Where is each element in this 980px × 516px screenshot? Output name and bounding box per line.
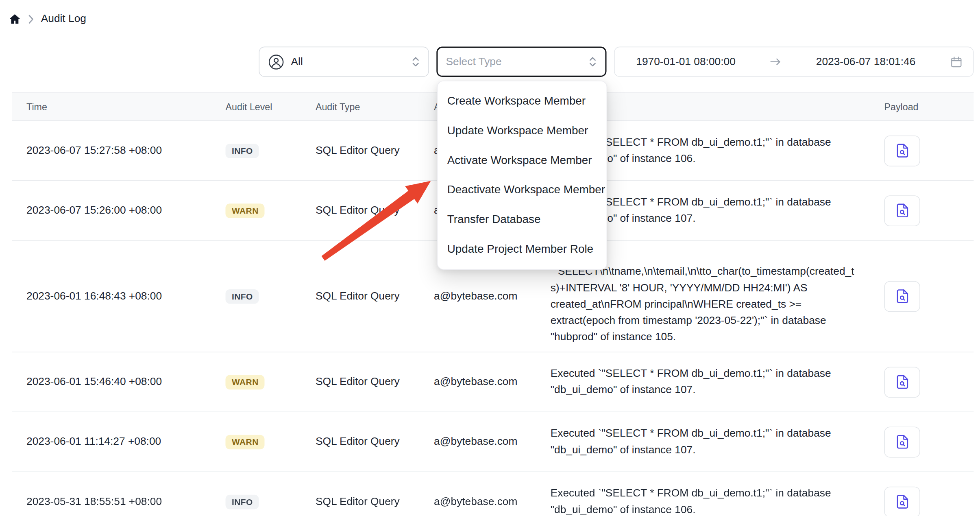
payload-view-button[interactable] [884, 426, 920, 457]
date-range-start[interactable]: 1970-01-01 08:00:00 [636, 55, 735, 68]
file-search-icon [895, 143, 910, 158]
person-circle-icon [268, 53, 285, 70]
audit-type: SQL Editor Query [301, 204, 419, 217]
file-search-icon [895, 289, 910, 304]
column-header-audit-level: Audit Level [211, 101, 301, 112]
table-row: 2023-06-01 15:46:40 +08:00 WARN SQL Edit… [12, 352, 973, 412]
chevron-up-down-icon [411, 54, 420, 69]
audit-log-page: Audit Log All Select Type [0, 0, 980, 516]
audit-actor: a@bytebase.com [420, 435, 536, 448]
column-header-time: Time [12, 101, 211, 112]
date-range-end[interactable]: 2023-06-07 18:01:46 [816, 55, 915, 68]
type-filter-placeholder: Select Type [446, 55, 502, 68]
audit-actor: a@bytebase.com [420, 290, 536, 302]
dropdown-option-update-project-member-role[interactable]: Update Project Member Role [438, 234, 606, 264]
actor-filter-value: All [291, 55, 303, 68]
chevron-right-icon [28, 14, 34, 24]
audit-actor: a@bytebase.com [420, 376, 536, 388]
actor-filter-select[interactable]: All [259, 47, 429, 77]
audit-level-badge: WARN [225, 435, 265, 449]
audit-time: 2023-06-01 15:46:40 +08:00 [12, 376, 211, 388]
date-range-picker[interactable]: 1970-01-01 08:00:00 2023-06-07 18:01:46 [614, 47, 973, 77]
audit-type: SQL Editor Query [301, 144, 419, 157]
audit-level-badge: WARN [225, 375, 265, 389]
payload-view-button[interactable] [884, 486, 920, 516]
file-search-icon [895, 203, 910, 218]
type-filter-select[interactable]: Select Type [436, 47, 606, 77]
audit-comment: Executed `"SELECT * FROM db_ui_demo.t1;"… [536, 425, 870, 458]
file-search-icon [895, 374, 910, 389]
audit-type: SQL Editor Query [301, 376, 419, 388]
column-header-payload: Payload [870, 101, 974, 112]
calendar-icon[interactable] [950, 55, 963, 69]
audit-time: 2023-05-31 18:55:51 +08:00 [12, 495, 211, 508]
audit-comment: Executed `"SELECT * FROM db_ui_demo.t1;"… [536, 365, 870, 398]
audit-level-badge: WARN [225, 203, 265, 218]
payload-view-button[interactable] [884, 367, 920, 398]
dropdown-option-create-workspace-member[interactable]: Create Workspace Member [438, 86, 606, 116]
dropdown-option-transfer-database[interactable]: Transfer Database [438, 205, 606, 234]
arrow-right-icon [770, 57, 782, 67]
audit-actor: a@bytebase.com [420, 495, 536, 508]
payload-view-button[interactable] [884, 195, 920, 226]
home-icon[interactable] [8, 12, 22, 26]
audit-type: SQL Editor Query [301, 290, 419, 302]
chevron-up-down-icon [588, 54, 597, 69]
breadcrumb: Audit Log [0, 0, 980, 28]
table-row: 2023-06-01 11:14:27 +08:00 WARN SQL Edit… [12, 412, 973, 472]
dropdown-option-deactivate-workspace-member[interactable]: Deactivate Workspace Member [438, 175, 606, 205]
file-search-icon [895, 434, 910, 449]
audit-time: 2023-06-07 15:27:58 +08:00 [12, 144, 211, 157]
dropdown-option-update-workspace-member[interactable]: Update Workspace Member [438, 116, 606, 146]
audit-type: SQL Editor Query [301, 495, 419, 508]
dropdown-option-activate-workspace-member[interactable]: Activate Workspace Member [438, 146, 606, 175]
audit-level-badge: INFO [225, 494, 259, 509]
audit-time: 2023-06-01 16:48:43 +08:00 [12, 290, 211, 302]
audit-level-badge: INFO [225, 143, 259, 158]
column-header-audit-type: Audit Type [301, 101, 419, 112]
audit-type: SQL Editor Query [301, 435, 419, 448]
audit-time: 2023-06-07 15:26:00 +08:00 [12, 204, 211, 217]
payload-view-button[interactable] [884, 281, 920, 312]
filter-bar: All Select Type 1970-01-01 08:00:00 [0, 47, 980, 77]
file-search-icon [895, 494, 910, 509]
type-filter-dropdown: Create Workspace Member Update Workspace… [437, 81, 607, 270]
table-row: 2023-05-31 18:55:51 +08:00 INFO SQL Edit… [12, 472, 973, 516]
payload-view-button[interactable] [884, 135, 920, 166]
audit-level-badge: INFO [225, 289, 259, 304]
audit-time: 2023-06-01 11:14:27 +08:00 [12, 435, 211, 448]
page-title: Audit Log [41, 13, 86, 25]
audit-comment: Executed `"SELECT * FROM db_ui_demo.t1;"… [536, 485, 870, 516]
